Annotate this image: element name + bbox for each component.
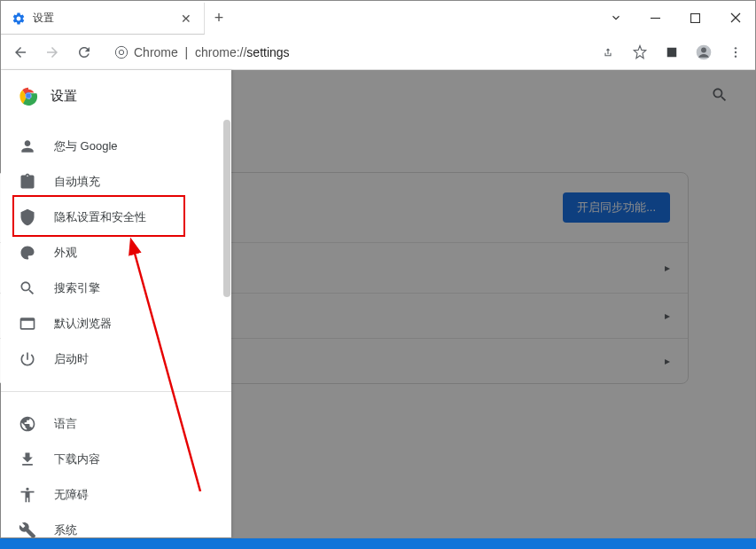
sidebar-item-privacy-security[interactable]: 隐私设置和安全性 bbox=[1, 200, 231, 235]
new-tab-button[interactable]: + bbox=[205, 1, 233, 35]
reload-button[interactable] bbox=[72, 40, 97, 65]
chevron-down-button[interactable] bbox=[596, 4, 635, 31]
svg-point-11 bbox=[735, 55, 737, 57]
globe-icon bbox=[19, 415, 36, 433]
sidebar-item-search-engine[interactable]: 搜索引擎 bbox=[1, 271, 231, 306]
address-bar[interactable]: Chrome | chrome://settings bbox=[104, 39, 588, 66]
svg-point-5 bbox=[119, 50, 123, 54]
menu-dots-icon[interactable] bbox=[723, 40, 748, 65]
sidebar-item-languages[interactable]: 语言 bbox=[1, 406, 231, 442]
sidebar-item-system[interactable]: 系统 bbox=[1, 513, 231, 537]
sidebar-item-appearance[interactable]: 外观 bbox=[1, 235, 231, 271]
maximize-button[interactable] bbox=[675, 4, 715, 31]
sidebar-item-accessibility[interactable]: 无障碍 bbox=[1, 477, 231, 513]
tab-title: 设置 bbox=[33, 11, 170, 26]
toolbar: Chrome | chrome://settings bbox=[1, 35, 755, 70]
menu-group-1: 您与 Google 自动填充 隐私设置和安全性 外观 搜索引擎 bbox=[1, 122, 231, 384]
svg-rect-1 bbox=[691, 13, 700, 22]
minimize-button[interactable] bbox=[635, 4, 675, 31]
person-icon bbox=[19, 137, 36, 155]
svg-point-9 bbox=[735, 47, 737, 49]
wrench-icon bbox=[19, 522, 36, 537]
settings-gear-icon bbox=[12, 12, 26, 26]
browser-icon bbox=[19, 315, 36, 333]
extensions-icon[interactable] bbox=[659, 40, 684, 65]
menu-divider bbox=[1, 391, 231, 392]
profile-icon[interactable] bbox=[691, 40, 716, 65]
scrollbar-thumb[interactable] bbox=[223, 120, 230, 297]
forward-button[interactable] bbox=[40, 40, 65, 65]
tab-close-icon[interactable]: ✕ bbox=[177, 12, 195, 26]
share-icon[interactable] bbox=[596, 40, 620, 65]
sidebar-header: 设置 bbox=[1, 70, 231, 122]
close-button[interactable] bbox=[715, 4, 755, 31]
sidebar-item-default-browser[interactable]: 默认浏览器 bbox=[1, 306, 231, 341]
svg-point-8 bbox=[701, 47, 706, 52]
palette-icon bbox=[19, 244, 36, 262]
clipboard-icon bbox=[19, 173, 36, 191]
svg-point-15 bbox=[26, 93, 31, 98]
menu-group-2: 语言 下载内容 无障碍 系统 bbox=[1, 399, 231, 537]
sidebar-item-you-and-google[interactable]: 您与 Google bbox=[1, 129, 231, 164]
sidebar-item-autofill[interactable]: 自动填充 bbox=[1, 164, 231, 200]
power-icon bbox=[19, 350, 36, 368]
svg-point-10 bbox=[735, 51, 737, 52]
titlebar: 设置 ✕ + bbox=[1, 1, 755, 35]
browser-window: 设置 ✕ + Chrome | chrome://settings bbox=[0, 0, 756, 538]
sidebar-item-on-startup[interactable]: 启动时 bbox=[1, 341, 231, 377]
shield-icon bbox=[19, 208, 36, 226]
bookmark-icon[interactable] bbox=[627, 40, 652, 65]
window-controls bbox=[596, 1, 755, 35]
svg-point-4 bbox=[115, 46, 127, 58]
sidebar-title: 设置 bbox=[51, 88, 77, 105]
download-icon bbox=[19, 451, 36, 468]
address-text: Chrome | chrome://settings bbox=[134, 45, 290, 59]
chrome-logo-icon bbox=[19, 86, 38, 106]
chrome-icon bbox=[114, 45, 129, 59]
content-area: 智能技术 性化设置 Chrome 开启同步功能... 斗 ▸ ▸ bbox=[1, 70, 755, 537]
search-icon bbox=[19, 279, 36, 297]
browser-tab[interactable]: 设置 ✕ bbox=[1, 3, 205, 35]
back-button[interactable] bbox=[8, 40, 33, 65]
sidebar-item-downloads[interactable]: 下载内容 bbox=[1, 442, 231, 477]
svg-rect-6 bbox=[667, 47, 677, 57]
sidebar: 设置 您与 Google 自动填充 隐私设置和安全性 外观 bbox=[1, 70, 231, 537]
accessibility-icon bbox=[19, 486, 36, 504]
